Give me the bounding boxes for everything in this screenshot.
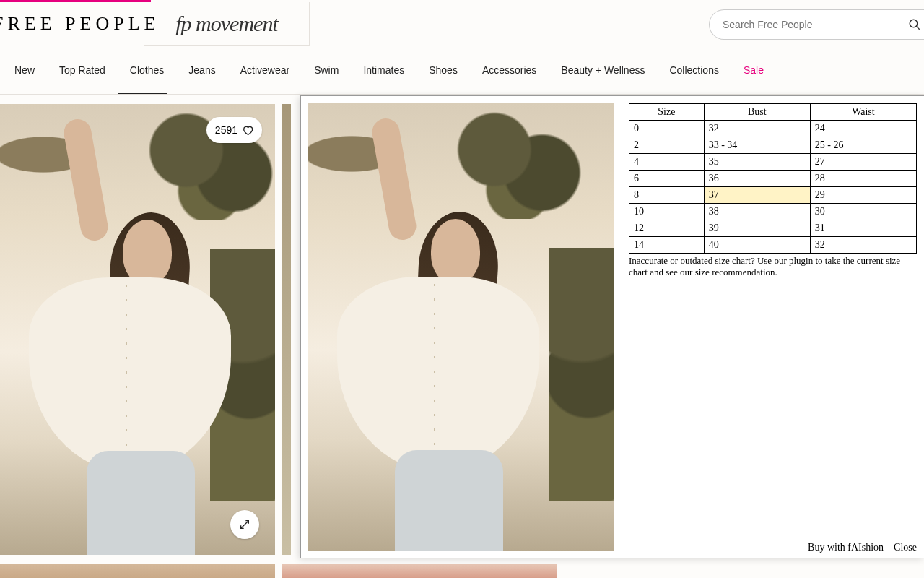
size-chart-cell: 14 bbox=[629, 237, 705, 254]
like-button[interactable]: 2591 bbox=[206, 117, 262, 143]
size-chart-cell: 25 - 26 bbox=[810, 137, 916, 154]
nav-item-shoes[interactable]: Shoes bbox=[429, 64, 458, 76]
size-chart-cell: 38 bbox=[704, 204, 810, 220]
product-thumb[interactable] bbox=[0, 564, 275, 578]
primary-nav: NewTop RatedClothesJeansActivewearSwimIn… bbox=[0, 46, 924, 95]
size-chart-disclaimer: Inaccurate or outdated size chart? Use o… bbox=[629, 255, 917, 279]
nav-item-new[interactable]: New bbox=[14, 64, 35, 76]
size-chart-overlay: SizeBustWaist03224233 - 3425 - 264352763… bbox=[300, 95, 924, 558]
nav-item-sale[interactable]: Sale bbox=[744, 64, 764, 76]
nav-item-top-rated[interactable]: Top Rated bbox=[59, 64, 105, 76]
size-chart-header: Size bbox=[629, 104, 705, 121]
size-chart-row: 144032 bbox=[629, 237, 917, 254]
size-chart-cell: 31 bbox=[810, 220, 916, 237]
buy-with-faishion-link[interactable]: Buy with fAIshion bbox=[808, 542, 884, 553]
size-chart-cell: 37 bbox=[704, 187, 810, 204]
expand-image-button[interactable] bbox=[230, 510, 259, 539]
product-thumb[interactable] bbox=[282, 564, 557, 578]
size-chart-row: 103830 bbox=[629, 204, 917, 220]
like-count: 2591 bbox=[215, 124, 237, 136]
nav-item-activewear[interactable]: Activewear bbox=[240, 64, 289, 76]
size-chart-table: SizeBustWaist03224233 - 3425 - 264352763… bbox=[629, 103, 917, 254]
size-chart-row: 83729 bbox=[629, 187, 917, 204]
size-chart-cell: 0 bbox=[629, 121, 705, 137]
size-chart-cell: 8 bbox=[629, 187, 705, 204]
nav-item-accessories[interactable]: Accessories bbox=[482, 64, 536, 76]
nav-item-swim[interactable]: Swim bbox=[314, 64, 339, 76]
size-chart-cell: 32 bbox=[810, 237, 916, 254]
search-icon[interactable] bbox=[908, 18, 921, 31]
size-chart-cell: 40 bbox=[704, 237, 810, 254]
size-chart-cell: 27 bbox=[810, 154, 916, 171]
size-chart-header: Waist bbox=[810, 104, 916, 121]
nav-item-clothes[interactable]: Clothes bbox=[130, 64, 164, 76]
size-chart-cell: 33 - 34 bbox=[704, 137, 810, 154]
size-chart-cell: 24 bbox=[810, 121, 916, 137]
svg-line-1 bbox=[916, 26, 920, 30]
site-header: FREE PEOPLE fp movement bbox=[0, 2, 924, 46]
overlay-product-image bbox=[308, 103, 614, 551]
size-chart-cell: 29 bbox=[810, 187, 916, 204]
size-chart-row: 63628 bbox=[629, 171, 917, 187]
size-chart-cell: 35 bbox=[704, 154, 810, 171]
nav-item-jeans[interactable]: Jeans bbox=[188, 64, 215, 76]
logo-fp-movement[interactable]: fp movement bbox=[144, 2, 310, 46]
size-chart-cell: 30 bbox=[810, 204, 916, 220]
size-chart-header: Bust bbox=[704, 104, 810, 121]
product-image-peek[interactable] bbox=[282, 104, 291, 555]
logo-free-people[interactable]: FREE PEOPLE bbox=[0, 13, 144, 35]
size-chart-cell: 36 bbox=[704, 171, 810, 187]
search-input[interactable] bbox=[723, 19, 896, 30]
nav-item-collections[interactable]: Collections bbox=[669, 64, 718, 76]
size-chart-cell: 2 bbox=[629, 137, 705, 154]
size-chart-cell: 12 bbox=[629, 220, 705, 237]
size-chart-cell: 4 bbox=[629, 154, 705, 171]
nav-item-intimates[interactable]: Intimates bbox=[363, 64, 404, 76]
size-chart-cell: 32 bbox=[704, 121, 810, 137]
search-box[interactable] bbox=[709, 9, 924, 40]
heart-icon bbox=[242, 124, 253, 136]
product-image-main[interactable]: 2591 bbox=[0, 104, 275, 555]
next-products-row bbox=[0, 564, 557, 578]
nav-item-beauty-wellness[interactable]: Beauty + Wellness bbox=[561, 64, 645, 76]
size-chart-cell: 28 bbox=[810, 171, 916, 187]
size-chart-row: 233 - 3425 - 26 bbox=[629, 137, 917, 154]
size-chart-row: 123931 bbox=[629, 220, 917, 237]
size-chart-row: 43527 bbox=[629, 154, 917, 171]
size-chart-cell: 10 bbox=[629, 204, 705, 220]
size-chart-cell: 39 bbox=[704, 220, 810, 237]
svg-point-0 bbox=[910, 20, 918, 27]
expand-icon bbox=[239, 519, 250, 530]
size-chart-cell: 6 bbox=[629, 171, 705, 187]
size-chart-row: 03224 bbox=[629, 121, 917, 137]
close-overlay-button[interactable]: Close bbox=[894, 542, 917, 553]
